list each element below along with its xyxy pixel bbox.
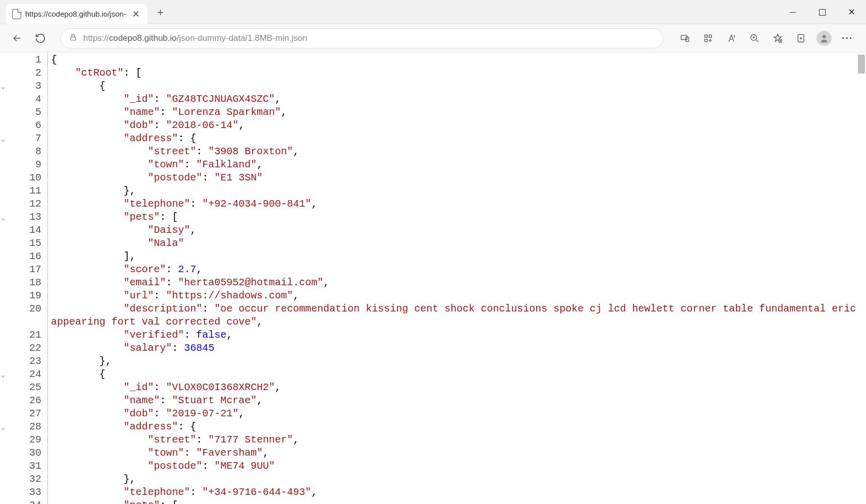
- code-line: "dob": "2018-06-14",: [51, 119, 866, 132]
- code-line: "telephone": "+34-9716-644-493",: [51, 486, 866, 499]
- code-line: "ctRoot": [: [51, 67, 866, 80]
- close-window-button[interactable]: ✕: [837, 0, 866, 24]
- vertical-scrollbar[interactable]: [858, 54, 865, 498]
- code-line: "town": "Faversham",: [51, 447, 866, 460]
- line-number: 33: [0, 486, 47, 499]
- json-viewer: ⌄⌄⌄⌄⌄⌄ 1234567891011121314151617181920 2…: [0, 52, 866, 504]
- code-line: "address": {: [51, 420, 866, 433]
- scrollbar-thumb[interactable]: [858, 54, 865, 74]
- refresh-button[interactable]: [32, 30, 48, 46]
- fold-toggle-icon[interactable]: ⌄: [1, 80, 5, 93]
- window-controls: ✕: [778, 0, 866, 24]
- line-number: 18: [0, 276, 47, 289]
- new-tab-button[interactable]: ＋: [151, 3, 169, 21]
- json-content[interactable]: { "ctRoot": [ { "_id": "GZ48TCJNUAGX4SZC…: [48, 52, 866, 504]
- line-number: 28: [0, 420, 47, 433]
- close-tab-icon[interactable]: ✕: [130, 9, 141, 20]
- line-number: 34: [0, 499, 47, 504]
- back-button[interactable]: [9, 30, 25, 46]
- code-line: "address": {: [51, 132, 866, 145]
- line-number: 13: [0, 211, 47, 224]
- code-line: "telephone": "+92-4034-900-841",: [51, 198, 866, 211]
- tab-title: https://codepo8.github.io/json-: [25, 10, 126, 18]
- page-icon: [12, 9, 21, 19]
- address-bar[interactable]: https://codepo8.github.io/json-dummy-dat…: [61, 28, 663, 48]
- code-line: ],: [51, 250, 866, 263]
- line-number: 1: [0, 53, 47, 67]
- browser-tab[interactable]: https://codepo8.github.io/json- ✕: [6, 4, 147, 24]
- code-line: "street": "7177 Stenner",: [51, 433, 866, 447]
- code-line: "url": "https://shadows.com",: [51, 289, 866, 302]
- line-number: 26: [0, 394, 47, 407]
- line-number: 7: [0, 132, 47, 145]
- svg-rect-1: [681, 35, 687, 39]
- svg-point-9: [823, 35, 826, 38]
- svg-rect-5: [705, 39, 707, 41]
- code-line: "postode": "E1 3SN": [51, 171, 866, 184]
- code-line: "postode": "ME74 9UU": [51, 460, 866, 473]
- code-line: "Daisy",: [51, 224, 866, 237]
- zoom-icon[interactable]: [745, 29, 764, 48]
- line-number: 24: [0, 368, 47, 381]
- code-line: "_id": "GZ48TCJNUAGX4SZC",: [51, 93, 866, 106]
- collections-icon[interactable]: [791, 29, 811, 48]
- line-number: 30: [0, 447, 47, 460]
- fold-toggle-icon[interactable]: ⌄: [1, 499, 5, 504]
- fold-toggle-icon[interactable]: ⌄: [1, 420, 5, 433]
- line-number-gutter: 1234567891011121314151617181920 21222324…: [0, 52, 48, 504]
- line-number: 12: [0, 198, 47, 211]
- line-number: 29: [0, 433, 47, 447]
- line-number: 22: [0, 342, 47, 355]
- code-line: "pets": [: [51, 211, 866, 224]
- line-number: 16: [0, 250, 47, 263]
- line-number: 10: [0, 171, 47, 184]
- tab-bar: https://codepo8.github.io/json- ✕ ＋: [0, 0, 866, 24]
- code-line: "email": "herta05952@hotmail.com",: [51, 276, 866, 289]
- favorites-icon[interactable]: [768, 29, 787, 48]
- code-line: "_id": "VLOX0C0I368XRCH2",: [51, 381, 866, 394]
- code-line: "Nala": [51, 237, 866, 250]
- line-number: 19: [0, 289, 47, 302]
- more-menu-icon[interactable]: ···: [838, 29, 857, 48]
- fold-toggle-icon[interactable]: ⌄: [1, 211, 5, 224]
- code-line: "name": "Lorenza Sparkman",: [51, 106, 866, 119]
- maximize-button[interactable]: [807, 0, 837, 24]
- line-number: 27: [0, 407, 47, 420]
- line-number: 8: [0, 145, 47, 158]
- line-number: 15: [0, 237, 47, 250]
- code-line: "salary": 36845: [51, 342, 866, 355]
- lock-icon: [69, 33, 77, 43]
- code-line: },: [51, 355, 866, 368]
- code-line: "verified": false,: [51, 329, 866, 342]
- line-number: 20: [0, 302, 47, 316]
- code-line: {: [51, 368, 866, 381]
- line-number: 2: [0, 67, 47, 80]
- code-line: {: [51, 53, 866, 67]
- code-line: "street": "3908 Broxton",: [51, 145, 866, 158]
- read-aloud-icon[interactable]: [722, 29, 741, 48]
- code-line: "pets": [: [51, 499, 866, 504]
- fold-toggle-icon[interactable]: ⌄: [1, 368, 5, 381]
- toolbar-actions: ···: [675, 29, 857, 48]
- svg-rect-0: [71, 37, 75, 40]
- device-icon[interactable]: [675, 29, 695, 48]
- line-number: 5: [0, 106, 47, 119]
- code-line: "description": "oe occur recommendation …: [51, 302, 866, 329]
- url-text: https://codepo8.github.io/json-dummy-dat…: [83, 33, 655, 43]
- fold-toggle-icon[interactable]: ⌄: [1, 132, 5, 145]
- code-line: "score": 2.7,: [51, 263, 866, 276]
- line-number: 4: [0, 93, 47, 106]
- apps-icon[interactable]: [699, 29, 718, 48]
- code-line: {: [51, 80, 866, 93]
- profile-avatar[interactable]: [815, 29, 834, 48]
- line-number: 31: [0, 460, 47, 473]
- code-line: "town": "Falkland",: [51, 158, 866, 171]
- line-number: 21: [0, 329, 47, 342]
- line-number: 23: [0, 355, 47, 368]
- line-number: 11: [0, 184, 47, 198]
- line-number: 17: [0, 263, 47, 276]
- browser-toolbar: https://codepo8.github.io/json-dummy-dat…: [0, 24, 866, 52]
- code-line: "dob": "2019-07-21",: [51, 407, 866, 420]
- minimize-button[interactable]: [778, 0, 807, 24]
- code-line: },: [51, 473, 866, 486]
